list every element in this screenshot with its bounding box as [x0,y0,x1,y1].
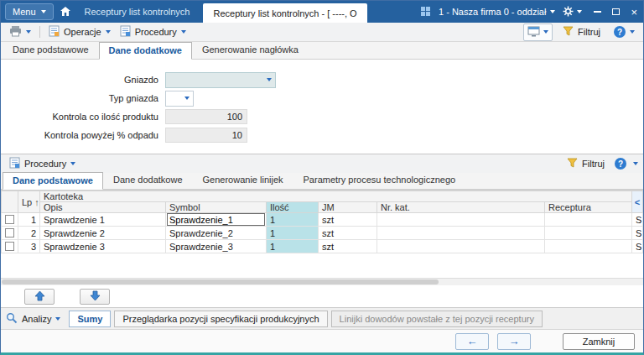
chevron-down-icon [55,317,60,321]
chevron-down-icon [630,30,635,34]
cell-jm[interactable]: szt [319,227,377,240]
app-grid-icon[interactable] [420,6,431,18]
table-header-row-cols: Opis Symbol Ilość JM Nr. kat. Receptura [2,202,643,213]
filter-funnel-icon [563,26,574,38]
maximize-button[interactable] [612,8,620,15]
cell-lp[interactable]: 3 [18,240,40,253]
analizy-tab-linijki[interactable]: Linijki dowodów powstałe z tej pozycji r… [331,311,543,327]
cell-jm[interactable]: szt [319,240,377,253]
toolbar-separator [39,26,40,38]
col-header-nrkat[interactable]: Nr. kat. [377,202,545,213]
cell-clipped-column[interactable]: S [632,213,643,227]
cell-opis[interactable]: Sprawdzenie 2 [40,227,166,240]
cell-jm[interactable]: szt [319,213,377,227]
scrollbar-thumb[interactable] [2,279,439,285]
minimize-button[interactable] [594,11,601,13]
analizy-tab-sumy[interactable]: Sumy [69,311,111,327]
proc-tab-dane-dodatkowe[interactable]: Dane dodatkowe [103,171,193,189]
cell-checkbox [2,213,18,227]
cell-symbol[interactable]: Sprawdzenie_3 [166,240,267,253]
cell-nrkat[interactable] [377,213,545,227]
analizy-tab-przegladarka[interactable]: Przeglądarka pozycji specyfikacji produk… [114,311,327,327]
kontrola-odpad-label: Kontrola powyżej % odpadu [1,130,165,140]
procedures-icon [9,157,20,170]
chevron-down-icon [26,30,31,34]
col-header-receptura[interactable]: Receptura [545,202,632,213]
table-row: 1 Sprawdzenie 1 1 szt S [2,213,643,227]
move-row-down-button[interactable] [80,289,110,305]
kontrola-ilosc-field[interactable] [165,109,247,124]
col-header-lp[interactable]: Lp↑ [18,191,40,213]
cell-symbol[interactable]: Sprawdzenie_2 [166,227,267,240]
titlebar-tab-background[interactable]: Receptury list kontrolnych [77,7,198,17]
cell-ilosc[interactable]: 1 [267,240,319,253]
col-header-ilosc[interactable]: Ilość [267,202,319,213]
magnifier-icon [6,312,18,326]
col-header-opis[interactable]: Opis [40,202,166,213]
company-selector[interactable]: 1 - Nasza firma 0 - oddział [439,7,555,17]
cell-ilosc[interactable]: 1 [267,227,319,240]
cell-nrkat[interactable] [377,227,545,240]
zamknij-button[interactable]: Zamknij [563,333,635,350]
table-row: 3 Sprawdzenie 3 Sprawdzenie_3 1 szt S [2,240,643,253]
cell-receptura[interactable] [545,227,632,240]
procedury-button[interactable]: Procedury [117,23,190,40]
symbol-editor[interactable] [167,213,265,226]
horizontal-scrollbar[interactable] [1,278,643,285]
operacje-button[interactable]: Operacje [45,23,114,40]
col-header-kartoteka[interactable]: Kartoteka [40,191,632,202]
cell-lp[interactable]: 1 [18,213,40,227]
col-header-symbol[interactable]: Symbol [166,202,267,213]
tab-dane-dodatkowe[interactable]: Dane dodatkowe [99,42,192,60]
cell-lp[interactable]: 2 [18,227,40,240]
kontrola-ilosc-label: Kontrola co ilość produktu [1,112,165,122]
kontrola-odpad-field[interactable] [165,128,247,143]
titlebar-tab-active[interactable]: Receptury list kontrolnych - [ ----, O [203,3,366,23]
row-checkbox[interactable] [5,242,14,251]
zamknij-label: Zamknij [583,337,615,347]
view-options-button[interactable] [523,23,553,41]
procedures-table: Lp↑ Kartoteka < Opis Symbol Ilość JM Nr.… [1,191,643,253]
analizy-menu-button[interactable]: Analizy [6,312,65,326]
cell-checkbox [2,227,18,240]
col-header-jm[interactable]: JM [319,202,377,213]
cell-receptura[interactable] [545,213,632,227]
proc-tab-parametry-procesu[interactable]: Parametry procesu technologicznego [293,171,466,189]
home-icon[interactable] [60,6,71,18]
print-button[interactable] [6,23,34,40]
chevron-down-icon [543,30,548,34]
cell-opis[interactable]: Sprawdzenie 3 [40,240,166,253]
typ-gniazda-select[interactable] [165,91,194,107]
collapse-columns-button[interactable]: < [632,191,643,213]
gniazdo-select[interactable] [165,72,276,88]
help-icon[interactable]: ? [615,158,626,170]
proc-tab-dane-podstawowe[interactable]: Dane podstawowe [3,172,103,190]
select-all-header[interactable] [2,191,18,213]
filtruj-button[interactable]: Filtruj [559,24,604,39]
row-checkbox[interactable] [5,228,14,238]
procedures-filtruj-button[interactable]: Filtruj [564,156,608,171]
close-button[interactable]: × [631,7,637,18]
menu-button[interactable]: Menu [5,3,54,20]
move-row-up-button[interactable] [24,289,55,305]
cell-nrkat[interactable] [377,240,545,253]
next-record-button[interactable]: → [497,333,531,350]
tab-dane-podstawowe[interactable]: Dane podstawowe [3,41,99,59]
tab-generowanie-naglowka[interactable]: Generowanie nagłówka [192,41,309,59]
cell-receptura[interactable] [545,240,632,253]
row-checkbox[interactable] [5,215,14,224]
help-button[interactable]: ? [610,24,638,39]
settings-button[interactable] [563,6,582,18]
section-collapse-chevron-icon[interactable] [633,162,638,165]
toolbar-right: Filtruj ? [523,23,638,41]
cell-clipped-column[interactable]: S [632,227,643,240]
cell-opis[interactable]: Sprawdzenie 1 [40,213,166,227]
form-row: Kontrola co ilość produktu [1,108,643,125]
previous-record-button[interactable]: ← [455,333,489,350]
cell-ilosc[interactable]: 1 [267,213,319,227]
proc-tab-generowanie-linijek[interactable]: Generowanie linijek [193,171,293,189]
cell-clipped-column[interactable]: S [632,240,643,253]
gniazdo-label: Gniazdo [1,75,165,85]
procedures-menu-button[interactable]: Procedury [6,155,79,172]
titlebar-right: 1 - Nasza firma 0 - oddział × [420,6,643,18]
